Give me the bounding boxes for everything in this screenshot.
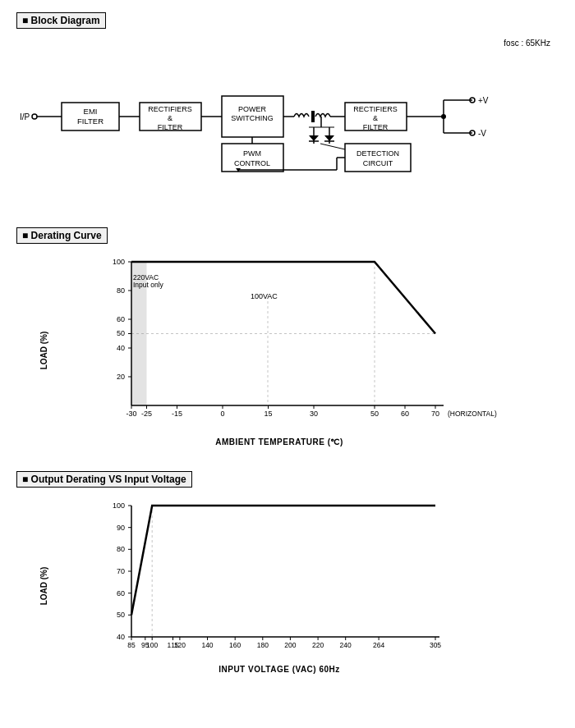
svg-text:SWITCHING: SWITCHING (231, 114, 274, 122)
svg-text:-15: -15 (172, 410, 182, 418)
output-derating-ylabel: LOAD (%) (39, 566, 48, 605)
svg-text:(HORIZONTAL): (HORIZONTAL) (448, 410, 497, 418)
svg-text:80: 80 (117, 286, 125, 295)
svg-text:15: 15 (264, 410, 272, 418)
svg-text:120: 120 (174, 641, 186, 649)
svg-text:100: 100 (113, 501, 125, 510)
svg-text:85: 85 (127, 641, 136, 649)
svg-text:&: & (168, 114, 172, 122)
svg-point-0 (32, 114, 37, 119)
block-diagram-area: fosc : 65KHz I/P EMI FILTER RECTIFIERS &… (16, 39, 559, 203)
svg-text:POWER: POWER (238, 105, 267, 113)
derating-curve-xlabel: AMBIENT TEMPERATURE (℃) (49, 437, 509, 446)
svg-text:50: 50 (117, 329, 125, 337)
derating-curve-svg: 100 80 60 50 40 20 (49, 254, 509, 434)
svg-text:-V: -V (478, 129, 486, 138)
fosc-label: fosc : 65KHz (504, 39, 550, 48)
svg-text:40: 40 (117, 344, 125, 352)
svg-text:-30: -30 (126, 410, 136, 418)
svg-text:80: 80 (117, 545, 125, 553)
output-derating-wrapper: LOAD (%) 100 90 80 (49, 497, 559, 674)
svg-text:&: & (373, 114, 378, 122)
derating-curve-ylabel: LOAD (%) (39, 331, 48, 369)
block-diagram-title: ■ Block Diagram (16, 12, 106, 29)
svg-text:RECTIFIERS: RECTIFIERS (148, 105, 192, 113)
svg-text:264: 264 (373, 641, 384, 649)
svg-text:200: 200 (284, 641, 296, 649)
output-derating-chart: 100 90 80 70 60 50 40 (49, 497, 509, 674)
svg-marker-46 (309, 135, 319, 141)
svg-text:70: 70 (117, 567, 125, 575)
svg-text:60: 60 (117, 589, 125, 598)
block-diagram-section: ■ Block Diagram fosc : 65KHz I/P EMI FIL… (16, 12, 559, 203)
svg-text:240: 240 (340, 641, 352, 649)
svg-text:180: 180 (257, 641, 269, 649)
output-derating-svg: 100 90 80 70 60 50 40 (49, 497, 509, 662)
svg-text:PWM: PWM (243, 149, 261, 158)
svg-text:-25: -25 (141, 410, 152, 418)
svg-text:60: 60 (401, 410, 409, 418)
svg-text:160: 160 (229, 641, 241, 649)
svg-text:50: 50 (117, 611, 125, 619)
svg-text:CONTROL: CONTROL (234, 159, 270, 167)
output-derating-title: ■ Output Derating VS Input Voltage (16, 471, 192, 488)
svg-text:FILTER: FILTER (158, 123, 183, 131)
svg-text:EMI: EMI (84, 107, 98, 116)
svg-text:CIRCUIT: CIRCUIT (363, 159, 393, 167)
svg-text:FILTER: FILTER (363, 123, 389, 131)
svg-text:I/P: I/P (20, 112, 30, 121)
svg-text:DETECTION: DETECTION (356, 149, 399, 158)
svg-text:RECTIFIERS: RECTIFIERS (353, 105, 398, 113)
svg-text:30: 30 (310, 410, 318, 418)
output-derating-xlabel: INPUT VOLTAGE (VAC) 60Hz (49, 665, 509, 674)
svg-text:70: 70 (431, 410, 439, 418)
svg-text:20: 20 (117, 373, 125, 381)
svg-line-51 (320, 144, 345, 149)
svg-text:FILTER: FILTER (77, 117, 104, 126)
svg-text:0: 0 (220, 410, 224, 418)
svg-text:140: 140 (201, 641, 213, 649)
output-derating-section: ■ Output Derating VS Input Voltage LOAD … (16, 471, 559, 674)
block-diagram-svg: I/P EMI FILTER RECTIFIERS & FILTER POWER… (16, 39, 559, 195)
svg-text:220: 220 (312, 641, 324, 649)
svg-text:Input only: Input only (133, 281, 164, 289)
svg-text:+V: +V (478, 96, 489, 105)
svg-text:90: 90 (117, 524, 125, 532)
derating-curve-chart: 100 80 60 50 40 20 (49, 254, 509, 446)
derating-curve-wrapper: LOAD (%) (49, 254, 559, 446)
svg-text:60: 60 (117, 315, 125, 323)
svg-text:50: 50 (370, 410, 379, 418)
svg-text:305: 305 (430, 641, 441, 649)
svg-text:100VAC: 100VAC (251, 292, 278, 300)
derating-curve-section: ■ Derating Curve LOAD (%) (16, 227, 559, 446)
derating-curve-title: ■ Derating Curve (16, 227, 108, 244)
svg-text:100: 100 (113, 258, 125, 266)
svg-text:100: 100 (146, 641, 158, 649)
svg-text:40: 40 (117, 633, 125, 641)
